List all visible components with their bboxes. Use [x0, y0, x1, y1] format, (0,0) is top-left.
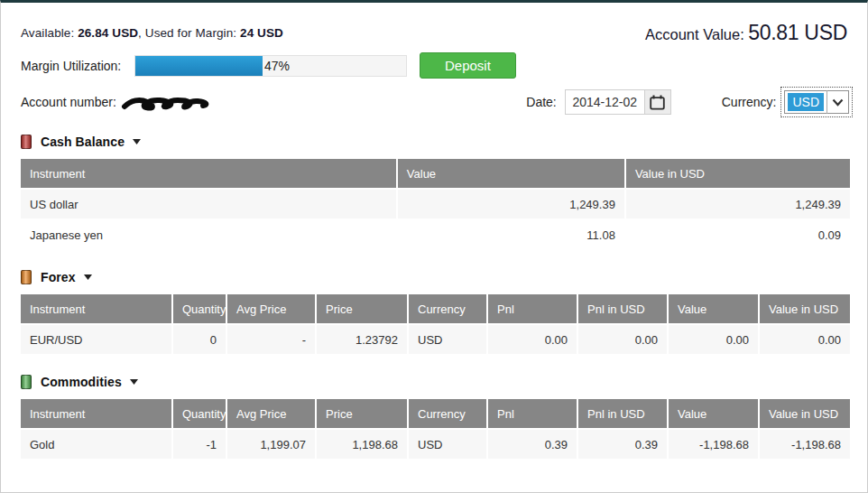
cell: 0.39 [577, 429, 668, 460]
currency-selected-value: USD [788, 93, 824, 111]
column-header: Price [316, 399, 408, 429]
column-header: Pnl in USD [577, 399, 668, 429]
cell: US dollar [21, 189, 397, 219]
collapse-arrow-icon [130, 379, 138, 385]
section-cash-balance-header[interactable]: Cash Balance [21, 135, 849, 149]
column-header: Pnl in USD [577, 294, 668, 324]
filters: Date: Currency: USD [526, 89, 849, 115]
column-header: Instrument [21, 159, 397, 189]
commodities-section-icon [21, 375, 32, 389]
table-row: Gold-11,199.071,198.68USD0.390.39-1,198.… [21, 429, 850, 460]
summary-row: Available: 26.84 USD, Used for Margin: 2… [21, 21, 849, 45]
column-header: Value [668, 294, 759, 324]
table-row: US dollar1,249.391,249.39 [21, 189, 850, 219]
forex-table: InstrumentQuantityAvg PricePriceCurrency… [21, 294, 850, 356]
currency-label: Currency: [722, 95, 777, 109]
cell: 0.39 [487, 429, 577, 460]
margin-utilization-fill [135, 56, 263, 76]
currency-select[interactable]: USD [784, 90, 849, 114]
date-picker [565, 89, 671, 115]
table-row: EUR/USD0-1.23792USD0.000.000.000.00 [21, 324, 850, 355]
account-value: Account Value: 50.81 USD [645, 21, 849, 45]
cell: 1.23792 [316, 324, 408, 355]
account-value-amount: 50.81 USD [748, 21, 847, 44]
column-header: Currency [408, 399, 487, 429]
collapse-arrow-icon [84, 274, 92, 280]
account-number-redacted [121, 93, 211, 115]
column-header: Value in USD [625, 159, 850, 189]
margin-utilization-bar: 47% [134, 55, 407, 77]
column-header: Pnl [487, 399, 577, 429]
account-page: Available: 26.84 USD, Used for Margin: 2… [0, 0, 868, 493]
cell: EUR/USD [21, 324, 172, 355]
cell: -1,198.68 [759, 429, 850, 460]
cell: 1,249.39 [625, 189, 850, 219]
calendar-button[interactable] [645, 90, 670, 114]
cash-balance-section-icon [21, 135, 32, 149]
margin-row: Margin Utilization: 47% Deposit [21, 52, 849, 79]
column-header: Value [397, 159, 625, 189]
cell: 1,249.39 [397, 189, 625, 219]
column-header: Price [316, 294, 408, 324]
account-value-label: Account Value: [645, 26, 744, 42]
section-title: Cash Balance [41, 135, 125, 149]
cell: 0.00 [759, 324, 850, 355]
cell: USD [408, 429, 487, 460]
commodities-table: InstrumentQuantityAvg PricePriceCurrency… [21, 399, 850, 460]
cell: 11.08 [397, 219, 625, 250]
used-margin-value: 24 USD [240, 26, 283, 40]
column-header: Instrument [21, 294, 172, 324]
margin-utilization-label: Margin Utilization: [21, 59, 134, 73]
cell: 1,198.68 [316, 429, 408, 460]
calendar-icon [650, 95, 665, 110]
cell: -1,198.68 [668, 429, 759, 460]
cell: 0.00 [577, 324, 668, 355]
cash-balance-table-container: InstrumentValueValue in USDUS dollar1,24… [21, 159, 849, 251]
column-header: Instrument [21, 399, 172, 429]
collapse-arrow-icon [133, 139, 141, 144]
used-margin-label: , Used for Margin: [138, 26, 236, 40]
column-header: Value in USD [759, 399, 850, 429]
available-label: Available: [21, 26, 74, 40]
column-header: Value [668, 399, 759, 429]
section-title: Commodities [41, 375, 122, 389]
available-value: 26.84 USD [78, 26, 138, 40]
column-header: Avg Price [226, 294, 316, 324]
cell: Gold [21, 429, 172, 460]
section-forex-header[interactable]: Forex [21, 270, 849, 284]
cell: 0.00 [487, 324, 577, 355]
column-header: Pnl [487, 294, 577, 324]
cell: Japanese yen [21, 219, 397, 250]
section-commodities-header[interactable]: Commodities [21, 375, 849, 389]
date-label: Date: [526, 95, 556, 109]
cell: -1 [172, 429, 226, 460]
date-input[interactable] [566, 90, 645, 114]
cash-balance-table: InstrumentValueValue in USDUS dollar1,24… [21, 159, 850, 251]
chevron-down-icon [826, 90, 848, 114]
available-summary: Available: 26.84 USD, Used for Margin: 2… [21, 21, 283, 40]
section-title: Forex [41, 270, 76, 284]
cell: USD [408, 324, 487, 355]
column-header: Avg Price [226, 399, 316, 429]
column-header: Currency [408, 294, 487, 324]
currency-group: Currency: USD [722, 90, 849, 114]
table-row: Japanese yen11.080.09 [21, 219, 850, 250]
account-filter-row: Account number: Date: [21, 89, 849, 115]
forex-table-container: InstrumentQuantityAvg PricePriceCurrency… [21, 294, 849, 356]
cell: 1,199.07 [226, 429, 316, 460]
deposit-button[interactable]: Deposit [420, 52, 516, 79]
cell: 0 [172, 324, 226, 355]
commodities-table-container: InstrumentQuantityAvg PricePriceCurrency… [21, 399, 849, 460]
cell: 0.00 [668, 324, 759, 355]
cell: 0.09 [625, 219, 850, 250]
cell: - [226, 324, 316, 355]
column-header: Quantity [172, 399, 226, 429]
column-header: Value in USD [759, 294, 850, 324]
margin-utilization-percent: 47% [263, 56, 290, 76]
column-header: Quantity [172, 294, 226, 324]
account-number-label: Account number: [21, 95, 116, 109]
forex-section-icon [21, 270, 32, 284]
